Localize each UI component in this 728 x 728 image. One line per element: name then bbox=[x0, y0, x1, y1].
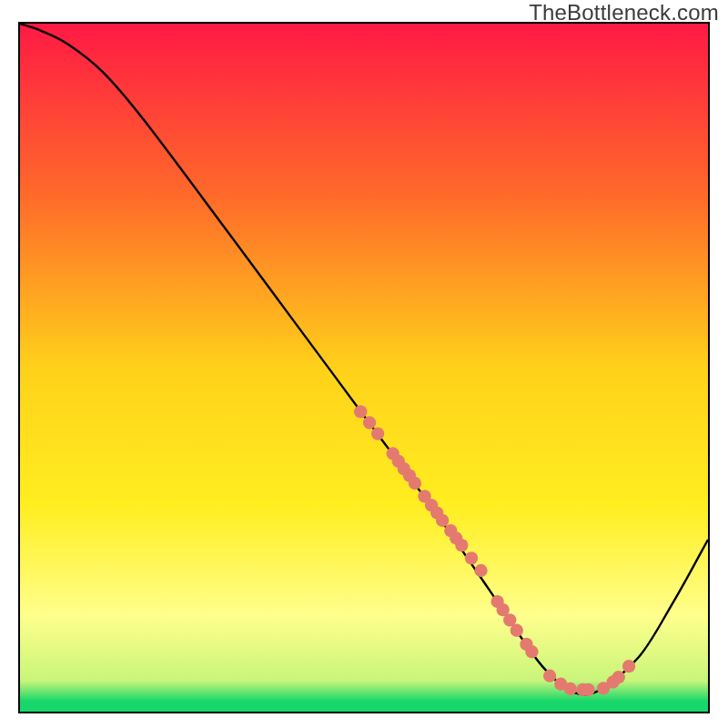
data-point bbox=[564, 682, 577, 695]
data-point bbox=[354, 405, 367, 418]
data-point bbox=[363, 416, 376, 429]
data-point bbox=[455, 539, 468, 551]
data-point bbox=[525, 645, 538, 658]
data-point bbox=[474, 564, 487, 577]
chart-background bbox=[20, 24, 708, 712]
chart-canvas bbox=[20, 24, 708, 712]
data-point bbox=[511, 624, 523, 637]
data-point bbox=[409, 477, 421, 490]
data-point bbox=[581, 683, 594, 696]
data-point bbox=[622, 660, 635, 672]
data-point bbox=[543, 670, 556, 682]
watermark-text: TheBottleneck.com bbox=[529, 0, 719, 25]
chart-frame bbox=[18, 22, 710, 713]
data-point bbox=[371, 427, 384, 440]
data-point bbox=[465, 551, 478, 564]
data-point bbox=[612, 671, 625, 683]
data-point bbox=[436, 514, 449, 527]
